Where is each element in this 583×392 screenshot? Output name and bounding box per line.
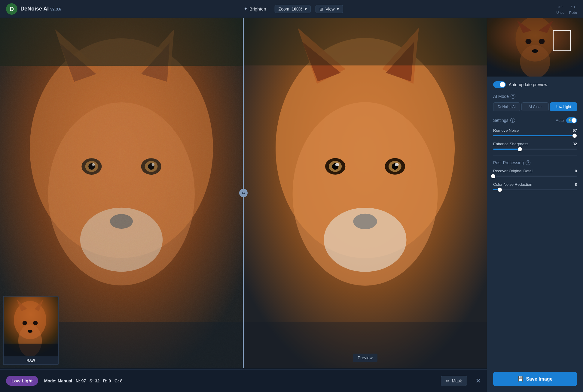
- save-image-button[interactable]: 💾 Save Image: [493, 372, 577, 386]
- color-noise-slider-group: Color Noise Reduction 8: [493, 182, 577, 190]
- chevron-down-icon-2: ▾: [337, 7, 339, 11]
- raw-badge: RAW: [4, 356, 58, 364]
- main-layout: ⇔: [0, 18, 583, 392]
- mode-info: Mode: Manual N: 97 S: 32 R: 0 C: 8: [44, 378, 123, 383]
- app-logo: D: [6, 3, 17, 15]
- remove-noise-header: Remove Noise 97: [493, 128, 577, 133]
- brighten-button[interactable]: ✦ Brighten: [240, 4, 270, 14]
- settings-help-icon[interactable]: ?: [510, 118, 515, 123]
- post-processing-title: Post-Processing ?: [493, 160, 577, 165]
- remove-noise-thumb[interactable]: [572, 134, 577, 138]
- undo-icon: ↩: [558, 4, 563, 10]
- lightning-icon: ⚡: [568, 118, 572, 122]
- undo-redo: ↩ Undo ↪ Redo: [556, 4, 577, 14]
- pencil-icon: ✏: [446, 378, 450, 383]
- svg-text:D: D: [10, 6, 14, 12]
- denoise-ai-button[interactable]: DeNoise AI: [493, 102, 520, 111]
- mask-button[interactable]: ✏ Mask: [441, 376, 467, 386]
- close-button[interactable]: ✕: [475, 377, 481, 385]
- svg-point-46: [23, 321, 27, 325]
- chevron-down-icon: ▾: [305, 7, 307, 11]
- ai-mode-help-icon[interactable]: ?: [511, 94, 515, 99]
- svg-point-47: [33, 321, 38, 325]
- remove-noise-value: 97: [573, 128, 577, 133]
- svg-rect-49: [4, 344, 58, 356]
- svg-point-35: [335, 163, 339, 166]
- recover-original-label: Recover Original Detail: [493, 169, 533, 173]
- enhance-sharpness-header: Enhance Sharpness 32: [493, 142, 577, 146]
- thumbnail-fox: [4, 297, 58, 356]
- remove-noise-fill: [493, 135, 575, 136]
- svg-point-48: [28, 330, 32, 333]
- auto-update-toggle[interactable]: [493, 81, 506, 88]
- svg-point-36: [395, 163, 398, 166]
- remove-noise-slider-group: Remove Noise 97: [493, 128, 577, 136]
- settings-right: Auto ⚡: [556, 117, 577, 123]
- svg-point-38: [324, 208, 406, 272]
- settings-label-area: Settings ?: [493, 118, 515, 123]
- status-bar: Low Light Mode: Manual N: 97 S: 32 R: 0 …: [0, 369, 487, 392]
- settings-row: Settings ? Auto ⚡: [493, 117, 577, 123]
- low-light-button[interactable]: Low Light: [550, 102, 577, 111]
- color-noise-value: 8: [575, 182, 577, 187]
- processed-panel: Preview: [243, 18, 487, 368]
- app-title: DeNoise AI v2.3.6: [20, 6, 61, 12]
- image-area: ⇔: [0, 18, 487, 392]
- color-noise-label: Color Noise Reduction: [493, 182, 532, 187]
- header-center: ✦ Brighten Zoom 100% ▾ ⊞ View ▾: [240, 4, 343, 14]
- section-divider: [493, 155, 577, 155]
- enhance-sharpness-slider-group: Enhance Sharpness 32: [493, 142, 577, 150]
- enhance-sharpness-value: 32: [573, 142, 577, 146]
- remove-noise-label: Remove Noise: [493, 128, 519, 133]
- split-container: ⇔: [0, 18, 487, 368]
- view-control[interactable]: ⊞ View ▾: [316, 5, 343, 13]
- mode-badge: Low Light: [6, 376, 38, 386]
- ai-mode-section-title: AI Mode ?: [493, 94, 577, 99]
- enhance-sharpness-label: Enhance Sharpness: [493, 142, 528, 146]
- thumbnail-overlay: RAW: [3, 296, 59, 365]
- preview-label: Preview: [353, 354, 377, 362]
- right-panel: Auto-update preview AI Mode ? DeNoise AI…: [487, 18, 583, 392]
- header-right: ↩ Undo ↪ Redo: [556, 4, 577, 14]
- star-icon: ✦: [244, 6, 248, 12]
- header: D DeNoise AI v2.3.6 ✦ Brighten Zoom 100%…: [0, 0, 583, 18]
- ai-mode-buttons: DeNoise AI AI Clear Low Light: [493, 102, 577, 111]
- auto-update-label: Auto-update preview: [509, 82, 547, 87]
- recover-original-header: Recover Original Detail 0: [493, 169, 577, 173]
- post-processing-help-icon[interactable]: ?: [526, 160, 530, 165]
- recover-original-slider-group: Recover Original Detail 0: [493, 169, 577, 177]
- processed-fox-svg: [243, 18, 487, 368]
- preview-thumb: [487, 18, 583, 77]
- enhance-sharpness-thumb[interactable]: [518, 147, 522, 151]
- auto-label: Auto: [556, 118, 564, 123]
- split-handle[interactable]: ⇔: [239, 189, 248, 197]
- floppy-icon: 💾: [517, 376, 523, 382]
- undo-button[interactable]: ↩ Undo: [556, 4, 564, 14]
- panel-content: Auto-update preview AI Mode ? DeNoise AI…: [487, 77, 583, 372]
- color-noise-track[interactable]: [493, 189, 577, 190]
- split-divider: ⇔: [243, 18, 244, 368]
- color-noise-thumb[interactable]: [498, 188, 502, 192]
- auto-toggle[interactable]: ⚡: [566, 117, 577, 123]
- svg-rect-39: [243, 18, 487, 65]
- processed-fox-image: [243, 18, 487, 368]
- recover-original-track[interactable]: [493, 176, 577, 177]
- auto-update-row: Auto-update preview: [493, 81, 577, 88]
- svg-rect-20: [0, 18, 243, 66]
- ai-clear-button[interactable]: AI Clear: [521, 102, 548, 111]
- logo-area: D DeNoise AI v2.3.6: [6, 3, 61, 15]
- color-noise-header: Color Noise Reduction 8: [493, 182, 577, 187]
- remove-noise-track[interactable]: [493, 135, 577, 136]
- zoom-control[interactable]: Zoom 100% ▾: [275, 5, 311, 13]
- split-view-icon: ⊞: [319, 7, 323, 11]
- enhance-sharpness-track[interactable]: [493, 149, 577, 150]
- redo-button[interactable]: ↪ Redo: [569, 4, 577, 14]
- preview-thumb-rect: [553, 30, 571, 51]
- redo-icon: ↪: [571, 4, 575, 10]
- recover-original-thumb[interactable]: [491, 174, 495, 178]
- recover-original-value: 0: [575, 169, 577, 173]
- enhance-sharpness-fill: [493, 149, 520, 150]
